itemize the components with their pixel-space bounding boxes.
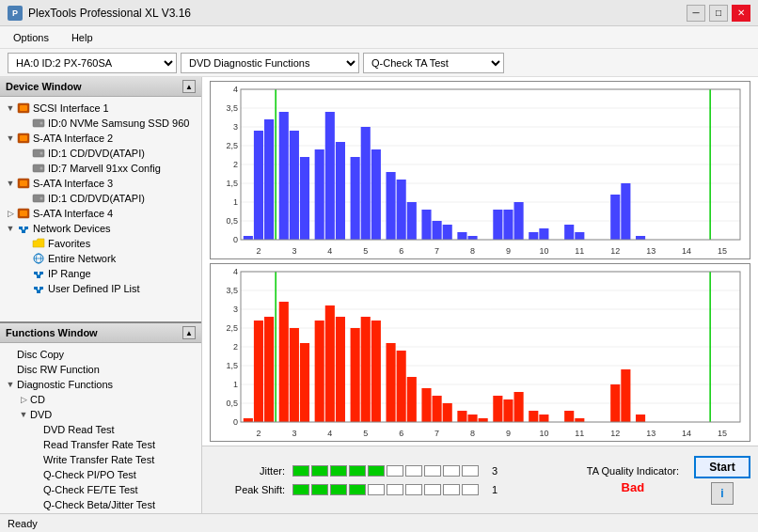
net-icon [32, 267, 45, 280]
func-tree-item[interactable]: Disc Copy [0, 347, 201, 362]
tree-expander[interactable] [4, 348, 17, 361]
sata-icon [17, 132, 30, 145]
device-tree-item[interactable]: IP Range [0, 266, 201, 281]
bottom-controls: Jitter: 3 Peak Shift: 1 TA Quality Indic… [202, 446, 758, 513]
start-button[interactable]: Start [694, 456, 750, 478]
tree-expander[interactable]: ▷ [4, 207, 17, 220]
tree-expander[interactable]: ▼ [4, 102, 17, 115]
func-tree-label: Disc Copy [17, 349, 64, 360]
tree-expander[interactable] [19, 192, 32, 205]
tree-expander[interactable] [30, 423, 43, 436]
func-tree-item[interactable]: Q-Check FE/TE Test [0, 482, 201, 497]
test-select[interactable]: Q-Check TA Test [363, 53, 504, 73]
svg-point-13 [40, 197, 43, 200]
svg-rect-31 [37, 290, 40, 293]
tree-expander[interactable] [30, 468, 43, 481]
tree-expander[interactable] [19, 162, 32, 175]
menu-options[interactable]: Options [8, 30, 55, 45]
tree-label: S-ATA Interface 3 [33, 178, 113, 189]
main-area: Device Window ▲ ▼SCSI Interface 1 ID:0 N… [0, 77, 758, 513]
device-panel-up[interactable]: ▲ [182, 80, 196, 93]
meter-cell [311, 484, 328, 495]
svg-rect-5 [20, 135, 27, 141]
meter-cell [349, 484, 366, 495]
tree-expander[interactable] [30, 498, 43, 510]
tree-expander[interactable]: ▼ [4, 378, 17, 391]
device-tree-item[interactable]: ▼SCSI Interface 1 [0, 101, 201, 116]
tree-expander[interactable]: ▼ [17, 408, 30, 421]
func-tree-label: Q-Check Beta/Jitter Test [43, 499, 155, 510]
svg-rect-26 [37, 275, 40, 278]
device-tree-item[interactable]: ▼S-ATA Interface 3 [0, 176, 201, 191]
func-tree-item[interactable]: Write Transfer Rate Test [0, 452, 201, 467]
drive-icon [32, 147, 45, 160]
sata-icon [17, 207, 30, 220]
tree-expander[interactable] [4, 363, 17, 376]
func-tree-item[interactable]: Q-Check PI/PO Test [0, 467, 201, 482]
tree-expander[interactable]: ▷ [17, 393, 30, 406]
tree-label: Network Devices [33, 223, 111, 234]
func-tree-item[interactable]: DVD Read Test [0, 422, 201, 437]
device-tree-item[interactable]: ID:1 CD/DVD(ATAPI) [0, 146, 201, 161]
func-tree-item[interactable]: ▼Diagnostic Functions [0, 377, 201, 392]
device-tree-item[interactable]: User Defined IP List [0, 281, 201, 296]
bottom-chart-canvas [211, 264, 750, 441]
maximize-button[interactable]: □ [709, 5, 728, 22]
func-tree-label: Write Transfer Rate Test [43, 454, 154, 465]
svg-rect-18 [22, 230, 25, 233]
tree-expander[interactable] [30, 483, 43, 496]
tree-expander[interactable] [19, 237, 32, 250]
device-tree-item[interactable]: ID:1 CD/DVD(ATAPI) [0, 191, 201, 206]
device-select[interactable]: HA:0 ID:2 PX-760SA [8, 53, 177, 73]
meter-cell [292, 484, 309, 495]
tree-expander[interactable] [19, 147, 32, 160]
info-button[interactable]: i [711, 482, 734, 505]
device-tree-item[interactable]: ID:7 Marvell 91xx Config [0, 161, 201, 176]
device-tree-item[interactable]: ▼S-ATA Interface 2 [0, 131, 201, 146]
tree-label: ID:0 NVMe Samsung SSD 960 [48, 117, 189, 129]
tree-label: ID:1 CD/DVD(ATAPI) [48, 193, 145, 204]
tree-expander[interactable]: ▼ [4, 222, 17, 235]
top-chart-canvas [211, 82, 750, 258]
top-chart [210, 81, 750, 259]
svg-rect-16 [19, 227, 23, 229]
svg-rect-29 [34, 287, 38, 289]
jitter-meter [292, 465, 479, 477]
device-tree-item[interactable]: ▼Network Devices [0, 221, 201, 236]
func-tree-label: DVD [30, 409, 52, 420]
meter-cell [330, 484, 347, 495]
peakshift-label: Peak Shift: [210, 484, 285, 495]
func-tree-item[interactable]: Disc RW Function [0, 362, 201, 377]
func-tree-item[interactable]: Q-Check Beta/Jitter Test [0, 497, 201, 510]
svg-rect-15 [20, 211, 27, 216]
meter-cell [462, 484, 479, 495]
minimize-button[interactable]: ─ [687, 5, 705, 22]
device-tree-item[interactable]: Entire Network [0, 251, 201, 266]
tree-expander[interactable] [30, 453, 43, 466]
tree-expander[interactable] [19, 252, 32, 265]
device-tree-item[interactable]: ID:0 NVMe Samsung SSD 960 [0, 116, 201, 131]
func-tree-item[interactable]: ▷CD [0, 392, 201, 407]
meter-cell [368, 465, 385, 477]
tree-expander[interactable]: ▼ [4, 132, 17, 145]
func-tree-item[interactable]: Read Transfer Rate Test [0, 437, 201, 452]
device-tree-item[interactable]: ▷S-ATA Interface 4 [0, 206, 201, 221]
svg-rect-30 [39, 287, 43, 289]
tree-label: User Defined IP List [48, 283, 140, 294]
meter-cell [405, 484, 422, 495]
tree-expander[interactable] [19, 117, 32, 130]
tree-expander[interactable] [19, 282, 32, 295]
jitter-value: 3 [492, 465, 497, 477]
device-tree: ▼SCSI Interface 1 ID:0 NVMe Samsung SSD … [0, 97, 201, 319]
tree-expander[interactable] [30, 438, 43, 451]
func-panel-up[interactable]: ▲ [182, 326, 196, 339]
svg-line-20 [24, 229, 26, 230]
device-tree-item[interactable]: Favorites [0, 236, 201, 251]
close-button[interactable]: ✕ [732, 5, 750, 22]
tree-expander[interactable]: ▼ [4, 177, 17, 190]
function-select[interactable]: DVD Diagnostic Functions [181, 53, 359, 73]
func-tree-item[interactable]: ▼DVD [0, 407, 201, 422]
functions-tree: Disc Copy Disc RW Function▼Diagnostic Fu… [0, 343, 201, 510]
menu-help[interactable]: Help [66, 30, 99, 45]
tree-expander[interactable] [19, 267, 32, 280]
